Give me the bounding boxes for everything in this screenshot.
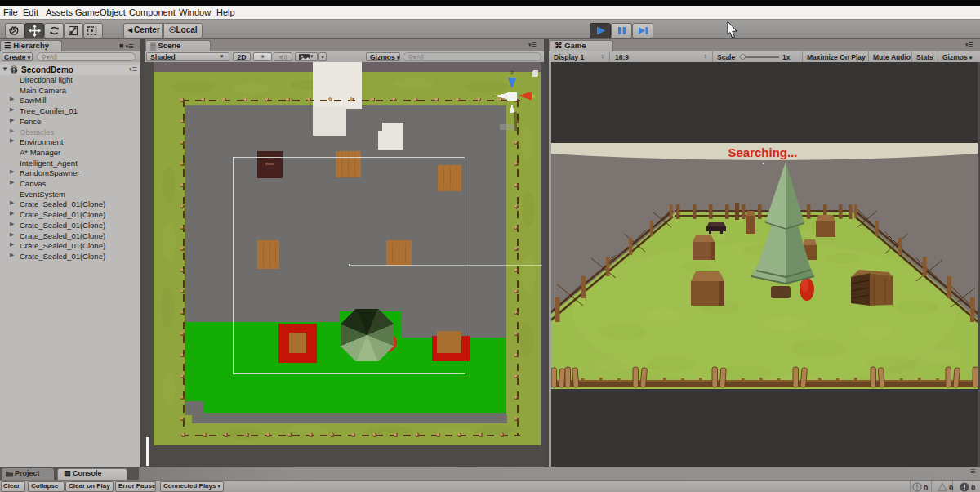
- svg-text:0: 0: [949, 483, 953, 492]
- svg-text:z: z: [510, 69, 514, 76]
- svg-text:0: 0: [924, 483, 928, 492]
- svg-text:x: x: [532, 92, 535, 100]
- svg-text:Searching...: Searching...: [728, 145, 797, 159]
- svg-text:0: 0: [971, 483, 975, 492]
